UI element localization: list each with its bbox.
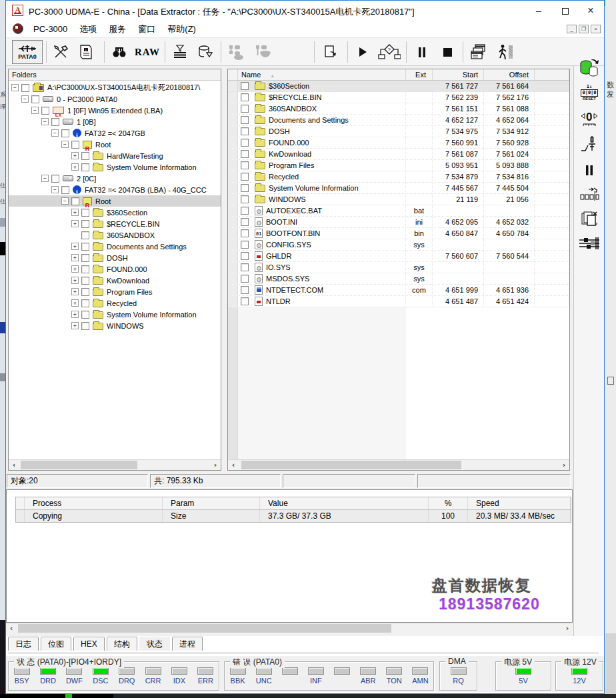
start-button[interactable] xyxy=(351,40,374,64)
file-row[interactable]: BOOT.INIini4 652 0954 652 032 xyxy=(228,217,569,228)
checkbox[interactable] xyxy=(241,139,249,147)
expand-toggle[interactable]: + xyxy=(71,163,79,171)
scroll-right-arrow[interactable]: › xyxy=(210,460,221,470)
tree-item[interactable]: −2 [0C] xyxy=(9,173,221,184)
tree-item[interactable]: +WINDOWS xyxy=(9,320,221,331)
tree-item[interactable]: −FAT32 =< 2047GB xyxy=(9,127,221,139)
scroll-left-arrow[interactable]: ‹ xyxy=(9,460,19,470)
tree-item[interactable]: −0 - PC3000 PATA0 xyxy=(9,93,221,105)
scroll-left-arrow[interactable]: ‹ xyxy=(228,460,239,470)
menu-item-0[interactable]: PC-3000 xyxy=(27,24,73,34)
expand-toggle[interactable]: − xyxy=(61,141,69,148)
checkbox[interactable] xyxy=(241,195,249,203)
column-header-start[interactable]: Start xyxy=(433,69,484,80)
checkbox[interactable] xyxy=(241,207,249,215)
column-header-ext[interactable]: Ext xyxy=(406,69,433,80)
checkbox[interactable] xyxy=(81,277,89,285)
checkbox[interactable] xyxy=(81,209,89,217)
file-row[interactable]: Recycled7 534 8797 534 816 xyxy=(228,171,569,183)
column-header-name[interactable]: Name▲ xyxy=(238,69,406,80)
copy-data-button[interactable] xyxy=(577,56,602,80)
checkbox[interactable] xyxy=(81,152,89,160)
expand-toggle[interactable]: + xyxy=(71,265,79,273)
maximize-button[interactable] xyxy=(553,1,577,21)
checkbox[interactable] xyxy=(71,141,79,149)
checkbox[interactable] xyxy=(21,84,29,92)
checkbox[interactable] xyxy=(241,127,249,135)
expand-toggle[interactable]: − xyxy=(41,118,49,125)
process-header-2[interactable]: Value xyxy=(260,497,429,509)
task-map-2-button[interactable] xyxy=(251,40,276,64)
expand-toggle[interactable]: + xyxy=(71,243,79,250)
pause-button[interactable] xyxy=(410,40,434,64)
process-header-3[interactable]: % xyxy=(429,497,468,509)
menu-item-1[interactable]: 选项 xyxy=(73,23,103,35)
file-row[interactable]: IO.SYSsys xyxy=(228,262,569,273)
expand-toggle[interactable]: + xyxy=(71,254,79,261)
file-row[interactable]: $RECYCLE.BIN7 562 2397 562 176 xyxy=(228,92,569,103)
export-result-button[interactable] xyxy=(318,40,343,64)
folders-horizontal-scrollbar[interactable]: ‹ › xyxy=(9,459,221,470)
process-header-0[interactable]: Process xyxy=(25,497,163,509)
file-row[interactable]: NTDETECT.COMcom4 651 9994 651 936 xyxy=(228,285,569,296)
checkbox[interactable] xyxy=(241,184,249,192)
close-button[interactable]: × xyxy=(579,1,603,21)
minimize-button[interactable]: – xyxy=(527,1,551,21)
checkbox[interactable] xyxy=(241,150,249,158)
scroll-right-arrow[interactable]: › xyxy=(562,623,573,633)
tab-状态[interactable]: 状态 xyxy=(139,637,170,651)
tree-item[interactable]: +System Volume Information xyxy=(9,309,221,320)
tree-item[interactable]: −FAT32 =< 2047GB (LBA) - 40G_CCC xyxy=(9,184,221,195)
file-row[interactable]: 360SANDBOX7 561 1517 561 088 xyxy=(228,103,569,115)
mdi-minimize-button[interactable]: _ xyxy=(567,25,577,33)
tree-item[interactable]: +Documents and Settings xyxy=(9,241,221,252)
checkbox[interactable] xyxy=(241,116,249,124)
process-header-4[interactable]: Speed xyxy=(468,497,571,509)
checkbox[interactable] xyxy=(81,299,89,307)
column-header-offset[interactable]: Offset xyxy=(484,69,535,80)
expand-toggle[interactable]: − xyxy=(31,107,39,114)
expand-toggle[interactable]: + xyxy=(71,299,79,307)
checkbox[interactable] xyxy=(31,95,39,103)
checkbox[interactable] xyxy=(241,297,249,305)
expand-toggle[interactable]: + xyxy=(71,277,79,284)
tab-HEX[interactable]: HEX xyxy=(73,637,105,651)
file-row[interactable]: AUTOEXEC.BATbat xyxy=(228,205,569,217)
expand-toggle[interactable]: − xyxy=(11,84,19,91)
close-maps-button[interactable] xyxy=(577,207,602,231)
file-row[interactable]: GHLDR7 560 6077 560 544 xyxy=(228,251,569,262)
checkbox[interactable] xyxy=(241,252,249,260)
file-list-horizontal-scrollbar[interactable]: ‹ › xyxy=(228,459,569,470)
pata0-port-button[interactable]: PATA0 xyxy=(12,40,43,64)
checkbox[interactable] xyxy=(241,286,249,294)
tree-item[interactable]: −Root xyxy=(9,139,221,150)
checkbox[interactable] xyxy=(41,107,49,115)
save-data-button[interactable] xyxy=(193,40,217,64)
tools-button[interactable] xyxy=(49,40,73,64)
windows-list-button[interactable] xyxy=(467,40,492,64)
tree-item[interactable]: +Recycled xyxy=(9,297,221,309)
task-info-button[interactable]: i xyxy=(74,40,98,64)
checkbox[interactable] xyxy=(241,275,249,283)
checkbox[interactable] xyxy=(51,175,59,183)
checkbox[interactable] xyxy=(81,254,89,262)
tab-位图[interactable]: 位图 xyxy=(41,637,71,651)
checkbox[interactable] xyxy=(241,161,249,169)
gauge-zero-button[interactable]: 0 xyxy=(577,106,602,130)
expand-toggle[interactable]: − xyxy=(51,186,59,193)
expand-toggle[interactable]: + xyxy=(71,322,79,329)
mdi-close-button[interactable]: × xyxy=(591,25,601,33)
utility-settings-button[interactable] xyxy=(577,231,602,255)
scroll-left-arrow[interactable]: ‹ xyxy=(6,623,17,633)
power-control-button[interactable] xyxy=(577,133,602,157)
tree-item[interactable]: +Program Files xyxy=(9,286,221,297)
tree-item[interactable]: +HardWareTesting xyxy=(9,150,221,161)
scrollbar-thumb[interactable] xyxy=(18,624,391,633)
file-row[interactable]: Program Files5 093 9515 093 888 xyxy=(228,160,569,171)
reset-counter-button[interactable]: 1↓ 0|0|0 RESET xyxy=(577,81,602,105)
file-row[interactable]: DOSH7 534 9757 534 912 xyxy=(228,126,569,137)
checkbox[interactable] xyxy=(71,197,79,205)
file-row[interactable]: NTLDR4 651 4874 651 424 xyxy=(228,296,569,307)
process-header-1[interactable]: Param xyxy=(163,497,260,509)
checkbox[interactable] xyxy=(81,231,89,239)
